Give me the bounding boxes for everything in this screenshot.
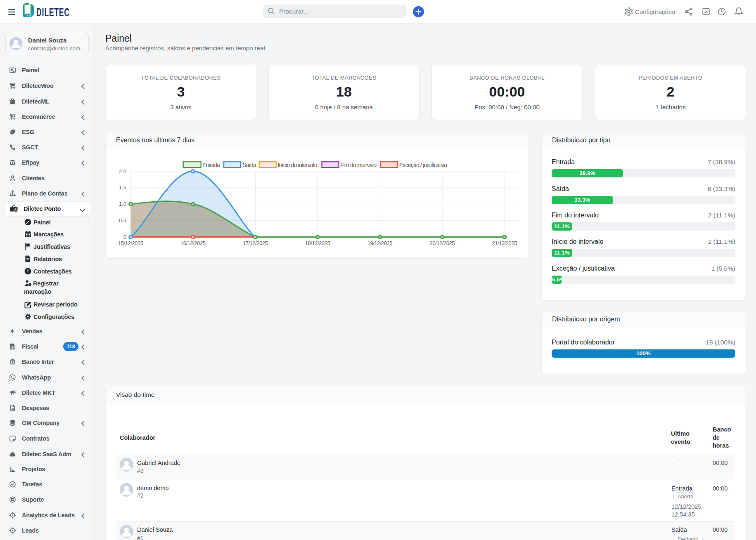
svg-text:20/12/2025: 20/12/2025 xyxy=(430,240,455,246)
svg-text:21/12/2025: 21/12/2025 xyxy=(492,240,517,246)
svg-text:Fim do intervalo: Fim do intervalo xyxy=(340,162,377,168)
svg-text:0.5: 0.5 xyxy=(119,217,126,224)
svg-text:15/12/2025: 15/12/2025 xyxy=(118,240,143,246)
svg-text:Entrada: Entrada xyxy=(202,162,220,168)
svg-text:16/12/2025: 16/12/2025 xyxy=(180,240,206,246)
svg-text:2.0: 2.0 xyxy=(119,168,126,174)
svg-text:Exceção / justificativa: Exceção / justificativa xyxy=(399,162,447,168)
svg-text:Saída: Saída xyxy=(242,162,256,168)
svg-text:18/12/2025: 18/12/2025 xyxy=(305,240,330,246)
svg-text:1.0: 1.0 xyxy=(119,201,126,207)
svg-text:19/12/2025: 19/12/2025 xyxy=(367,240,393,246)
svg-text:0: 0 xyxy=(123,234,126,240)
svg-text:Início do intervalo: Início do intervalo xyxy=(278,162,318,168)
svg-text:1.5: 1.5 xyxy=(119,184,126,191)
svg-text:17/12/2025: 17/12/2025 xyxy=(243,240,268,246)
